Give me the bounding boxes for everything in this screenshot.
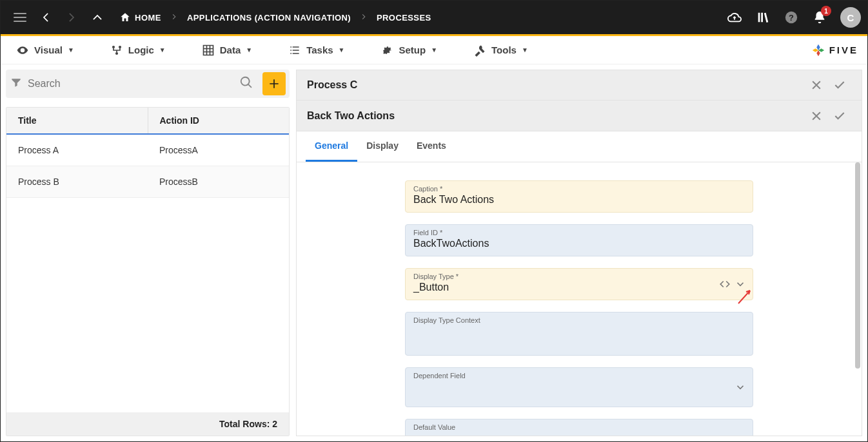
- chevron-down-icon[interactable]: [735, 381, 746, 393]
- brand-logo: FIVE: [811, 43, 858, 57]
- grid-icon: [202, 44, 215, 57]
- chevron-down-icon: ▼: [522, 46, 528, 53]
- menu-data[interactable]: Data▼: [195, 39, 259, 62]
- breadcrumb-processes[interactable]: PROCESSES: [368, 13, 440, 23]
- docs-button[interactable]: [751, 6, 774, 29]
- confirm-button[interactable]: [828, 104, 851, 128]
- field-actions: [719, 278, 746, 290]
- chevron-right-icon: [170, 12, 178, 23]
- close-icon: [810, 79, 823, 91]
- cell-title: Process B: [6, 166, 148, 197]
- chevron-down-icon: ▼: [339, 46, 345, 53]
- avatar-initial: C: [847, 12, 854, 23]
- search-bar: [6, 70, 290, 98]
- close-button[interactable]: [805, 104, 828, 128]
- tabs: General Display Events: [296, 131, 862, 162]
- library-icon: [756, 10, 770, 24]
- table-row[interactable]: Process B ProcessB: [6, 166, 289, 198]
- breadcrumb-applications[interactable]: APPLICATIONS (ACTION NAVIGATION): [178, 13, 360, 23]
- arrow-right-icon: [65, 11, 78, 24]
- notifications-button[interactable]: 1: [808, 6, 831, 29]
- displaytype-field[interactable]: Display Type * _Button: [405, 268, 753, 300]
- field-value: [413, 432, 745, 436]
- dependent-field[interactable]: Dependent Field: [405, 367, 753, 407]
- check-icon: [833, 110, 846, 122]
- help-button[interactable]: ?: [780, 6, 803, 29]
- chevron-down-icon[interactable]: [735, 278, 746, 290]
- nav-up-button[interactable]: [84, 5, 110, 30]
- col-title[interactable]: Title: [6, 108, 148, 133]
- filter-icon[interactable]: [10, 76, 23, 91]
- table-row[interactable]: Process A ProcessA: [6, 135, 289, 166]
- home-button[interactable]: HOME: [110, 12, 170, 23]
- fieldid-field[interactable]: Field ID * BackTwoActions: [405, 224, 753, 256]
- field-label: Caption *: [413, 185, 745, 193]
- cell-action: ProcessB: [148, 166, 289, 197]
- logic-icon: [110, 44, 123, 57]
- breadcrumb: APPLICATIONS (ACTION NAVIGATION) PROCESS…: [170, 12, 440, 23]
- field-label: Default Value: [413, 423, 745, 431]
- check-icon: [833, 79, 846, 91]
- right-panel: Process C Back Two Actions General Displ…: [296, 70, 862, 436]
- tools-icon: [473, 44, 486, 57]
- table-body: Process A ProcessA Process B ProcessB: [6, 135, 289, 412]
- tab-general[interactable]: General: [306, 131, 357, 162]
- menu-visual[interactable]: Visual▼: [10, 39, 81, 62]
- svg-text:?: ?: [789, 13, 794, 23]
- field-label: Dependent Field: [413, 372, 745, 380]
- hamburger-menu[interactable]: [7, 5, 33, 30]
- chevron-down-icon: ▼: [159, 46, 166, 53]
- arrow-left-icon: [39, 11, 52, 24]
- menu-label: Logic: [128, 44, 154, 55]
- field-label: Field ID *: [413, 229, 745, 236]
- hamburger-icon: [14, 13, 26, 22]
- notification-count: 1: [821, 6, 831, 16]
- arrow-up-icon: [91, 11, 104, 24]
- col-action-id[interactable]: Action ID: [148, 108, 290, 133]
- tab-display[interactable]: Display: [357, 131, 408, 162]
- field-label: Display Type *: [413, 273, 745, 280]
- search-icon[interactable]: [239, 75, 253, 92]
- scrollbar-thumb[interactable]: [855, 162, 860, 369]
- panel-title: Back Two Actions: [307, 110, 805, 122]
- table-header: Title Action ID: [6, 108, 289, 135]
- menu-label: Data: [220, 44, 241, 55]
- cloud-sync-button[interactable]: [723, 6, 746, 29]
- search-input[interactable]: [28, 78, 234, 90]
- default-value-field[interactable]: Default Value: [405, 419, 753, 436]
- menubar: Visual▼ Logic▼ Data▼ Tasks▼ Setup▼ Tools…: [1, 36, 867, 64]
- tasks-icon: [288, 44, 301, 57]
- code-icon[interactable]: [719, 278, 731, 290]
- menu-label: Setup: [399, 44, 426, 55]
- home-label: HOME: [135, 13, 161, 23]
- caption-field[interactable]: Caption * Back Two Actions: [405, 180, 753, 213]
- user-avatar[interactable]: C: [840, 7, 861, 28]
- menu-tools[interactable]: Tools▼: [467, 39, 535, 62]
- cell-title: Process A: [6, 135, 148, 166]
- field-value: [413, 325, 745, 338]
- topbar: HOME APPLICATIONS (ACTION NAVIGATION) PR…: [1, 1, 867, 34]
- close-button[interactable]: [805, 73, 828, 97]
- home-icon: [119, 12, 131, 23]
- add-button[interactable]: [262, 72, 286, 95]
- left-panel: Title Action ID Process A ProcessA Proce…: [6, 70, 290, 436]
- chevron-down-icon: ▼: [68, 46, 74, 53]
- table-footer: Total Rows: 2: [6, 412, 289, 436]
- process-list: Title Action ID Process A ProcessA Proce…: [6, 107, 290, 436]
- close-icon: [810, 110, 823, 122]
- confirm-button[interactable]: [828, 73, 851, 97]
- menu-setup[interactable]: Setup▼: [374, 39, 444, 62]
- eye-icon: [16, 44, 29, 57]
- field-value: _Button: [413, 282, 745, 294]
- field-value: [413, 381, 745, 394]
- field-actions: [735, 381, 746, 393]
- menu-tasks[interactable]: Tasks▼: [282, 39, 351, 62]
- svg-point-2: [112, 45, 115, 48]
- nav-forward-button[interactable]: [59, 5, 84, 30]
- context-field[interactable]: Display Type Context: [405, 312, 753, 356]
- nav-back-button[interactable]: [33, 5, 59, 30]
- menu-logic[interactable]: Logic▼: [104, 39, 172, 62]
- tab-events[interactable]: Events: [408, 131, 455, 162]
- field-value: Back Two Actions: [413, 194, 745, 207]
- plus-icon: [268, 77, 281, 90]
